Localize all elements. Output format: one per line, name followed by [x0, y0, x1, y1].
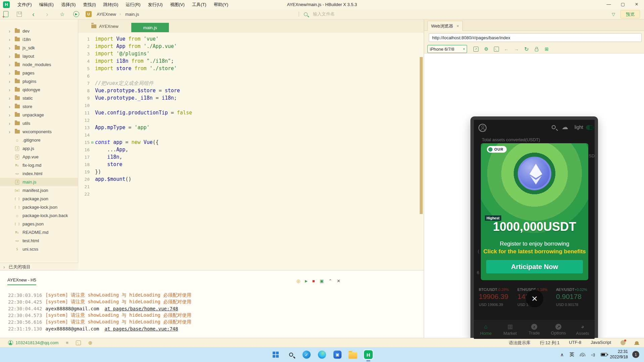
tree-folder-wxcomponents[interactable]: ›wxcomponents: [0, 127, 78, 136]
tray-chevron-icon[interactable]: ∧: [560, 352, 564, 357]
menu-item[interactable]: 查找(I): [79, 2, 99, 8]
tab-web-browser[interactable]: Web浏览器 ×: [427, 21, 463, 31]
tree-file-fix-log.md[interactable]: M↓fix-log.md: [0, 161, 78, 169]
ime-indicator[interactable]: 英: [569, 352, 574, 358]
log-source-link[interactable]: at pages/base/home.vue:748: [104, 306, 178, 311]
preview-button[interactable]: 预览: [620, 10, 640, 18]
refresh-button[interactable]: ↻: [522, 45, 531, 53]
nav-back-button[interactable]: ←: [502, 45, 510, 53]
menu-item[interactable]: 文件(F): [14, 2, 36, 8]
menu-item[interactable]: 发行(U): [144, 2, 166, 8]
menu-item[interactable]: 运行(R): [122, 2, 144, 8]
tree-file-uni.scss[interactable]: Suni.scss: [0, 245, 78, 253]
statusbar-item[interactable]: UTF-8: [569, 340, 581, 346]
minimize-button[interactable]: —: [602, 0, 615, 9]
tab-close-icon[interactable]: ×: [457, 23, 459, 29]
tree-folder-layout[interactable]: ›layout: [0, 52, 78, 60]
editor-scrollbar[interactable]: [420, 57, 423, 214]
menu-item[interactable]: 视图(V): [166, 2, 188, 8]
tab-main-js[interactable]: main.js: [131, 23, 169, 32]
console-settings-icon[interactable]: ◎: [296, 278, 300, 283]
tree-file-package-lock.json[interactable]: [ ]package-lock.json: [0, 203, 78, 211]
statusbar-item[interactable]: 行:12 列:1: [540, 340, 560, 346]
menu-item[interactable]: 跳转(G): [100, 2, 122, 8]
promo-line2[interactable]: Click for the latest borrowing benefits: [481, 248, 588, 255]
breadcrumb-file[interactable]: main.js: [125, 10, 139, 18]
bookmark-button[interactable]: ☆: [60, 10, 64, 18]
start-button[interactable]: [271, 350, 281, 360]
menu-item[interactable]: 帮助(Y): [210, 2, 232, 8]
statusbar-item[interactable]: JavaScript: [591, 340, 611, 346]
taskbar-clock[interactable]: 22:31 2022/9/18: [610, 349, 628, 360]
participate-button[interactable]: Articipate Now: [486, 260, 583, 273]
device-select[interactable]: iPhone 6/7/8 ▾: [427, 45, 467, 53]
url-input[interactable]: http://localhost:8080/#/pages/base/index: [429, 33, 642, 42]
devtools-button[interactable]: ›_: [492, 45, 500, 53]
log-source-link[interactable]: at pages/base/home.vue:748: [104, 326, 178, 331]
save-button[interactable]: [17, 10, 22, 18]
console-stop-icon[interactable]: ■: [312, 278, 315, 283]
open-external-button[interactable]: ↗: [472, 45, 480, 53]
menu-item[interactable]: 工具(T): [188, 2, 210, 8]
battery-icon[interactable]: [601, 353, 607, 356]
menu-item[interactable]: 编辑(E): [36, 2, 57, 8]
modal-close-button[interactable]: ×: [526, 290, 543, 307]
tree-file-.gitignore[interactable]: ▢.gitignore: [0, 136, 78, 144]
back-button[interactable]: ‹: [32, 10, 35, 18]
maximize-button[interactable]: ▢: [616, 0, 630, 9]
tree-file-pages.json[interactable]: [ ]pages.json: [0, 220, 78, 228]
tree-folder-pages[interactable]: ›pages: [0, 69, 78, 77]
console-tab[interactable]: AYEXnew - H5: [7, 277, 36, 285]
promo-banner[interactable]: OUR Highest 1000,000USDT Register to enj…: [481, 143, 588, 280]
tree-folder-node_modules[interactable]: ›node_modules: [0, 60, 78, 69]
notification-badge[interactable]: 1: [632, 351, 639, 358]
volume-icon[interactable]: ◁): [591, 353, 595, 357]
tree-file-manifest.json[interactable]: [⚙]manifest.json: [0, 186, 78, 195]
taskbar-search-button[interactable]: [286, 350, 296, 360]
tree-file-app.js[interactable]: Japp.js: [0, 144, 78, 153]
tree-folder-qidongye[interactable]: ›qidongye: [0, 86, 78, 94]
tree-file-index.html[interactable]: <>index.html: [0, 169, 78, 178]
console-screenshot-icon[interactable]: ▣: [320, 278, 324, 283]
forward-button[interactable]: ›: [46, 10, 48, 18]
taskbar-edge[interactable]: [317, 350, 327, 360]
qr-code-button[interactable]: ⊞: [543, 45, 551, 53]
console-collapse-icon[interactable]: ⌃: [328, 278, 332, 283]
code-editor[interactable]: 1import Vue from 'vue'2import App from '…: [78, 33, 424, 270]
wifi-icon[interactable]: [580, 353, 585, 356]
tree-file-test.html[interactable]: <>test.html: [0, 237, 78, 245]
lock-button[interactable]: [533, 45, 541, 53]
clock-icon[interactable]: [620, 340, 626, 345]
tree-file-package.json[interactable]: [ ]package.json: [0, 195, 78, 203]
run-button[interactable]: ▶: [73, 10, 79, 18]
tree-folder-plugins[interactable]: ›plugins: [0, 77, 78, 86]
tree-folder-unpackage[interactable]: ›unpackage: [0, 111, 78, 119]
bell-icon[interactable]: [635, 341, 639, 345]
taskbar-app-check[interactable]: ✓: [302, 350, 312, 360]
close-button[interactable]: ×: [630, 0, 643, 9]
tree-folder-i18n[interactable]: ›i18n: [0, 35, 78, 44]
tree-folder-utils[interactable]: ›utils: [0, 119, 78, 127]
tree-file-App.vue[interactable]: VApp.vue: [0, 153, 78, 161]
settings-button[interactable]: ⚙: [482, 45, 490, 53]
tree-file-package-lock.json.back[interactable]: ▢package-lock.json.back: [0, 211, 78, 220]
editor-project-group[interactable]: AYEXnew: [91, 24, 119, 29]
taskbar-explorer[interactable]: [348, 350, 358, 360]
tree-folder-store[interactable]: ›store: [0, 102, 78, 111]
account-email[interactable]: 1032418134@qq.com: [15, 340, 58, 345]
new-file-button[interactable]: [3, 10, 8, 18]
console-close-icon[interactable]: ✕: [337, 278, 340, 283]
fold-icon[interactable]: ⊟: [90, 140, 95, 145]
file-search-input[interactable]: 输入文件名: [313, 10, 335, 18]
nav-forward-button[interactable]: →: [512, 45, 520, 53]
tree-file-main.js[interactable]: Jmain.js: [0, 178, 78, 186]
statusbar-item[interactable]: 语法提示库: [509, 340, 531, 346]
tree-file-README.md[interactable]: M↓README.md: [0, 228, 78, 237]
tree-folder-js_sdk[interactable]: ›js_sdk: [0, 44, 78, 52]
console-run-icon[interactable]: ▶: [305, 279, 308, 283]
tree-folder-dev[interactable]: ›dev: [0, 27, 78, 35]
tree-folder-static[interactable]: ›static: [0, 94, 78, 102]
terminal-icon[interactable]: ›_: [76, 341, 81, 345]
breadcrumb-project[interactable]: AYEXnew: [97, 10, 116, 18]
menu-item[interactable]: 选择(S): [57, 2, 79, 8]
